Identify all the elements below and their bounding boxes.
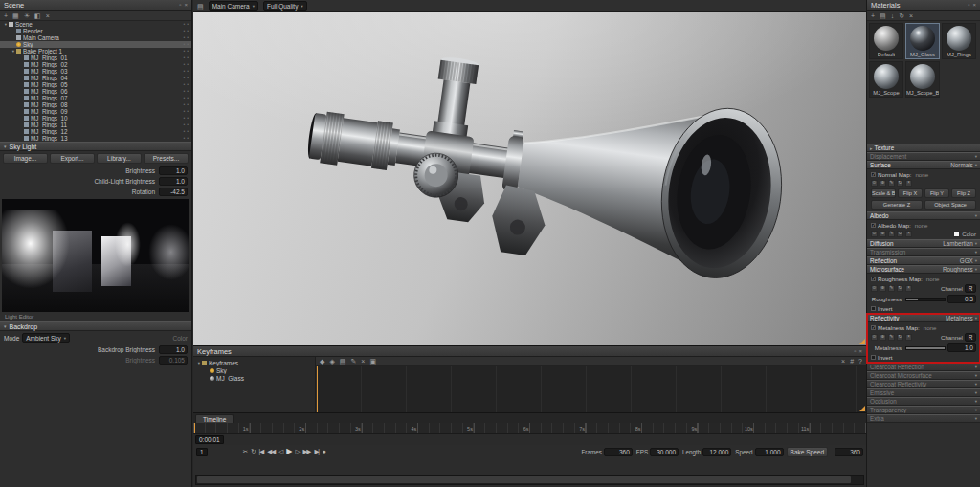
end-frame-field[interactable]: 360 [835,448,863,456]
lock-toggle-icon[interactable] [187,102,189,107]
scene-tree-item[interactable]: MJ_Rings_10 [0,115,191,122]
lock-toggle-icon[interactable] [187,109,189,114]
lock-toggle-icon[interactable] [187,96,189,100]
timeline-tab[interactable]: Timeline [195,414,234,423]
transmission-section-header[interactable]: Transmission [867,248,980,256]
lock-toggle-icon[interactable] [187,62,189,67]
scene-tree-item[interactable]: Scene [0,21,191,28]
lock-toggle-icon[interactable] [187,76,189,80]
reflection-section-header[interactable]: Reflection GGX [867,256,980,265]
metalness-map-checkbox[interactable] [871,325,876,330]
disabled-section-mode-select[interactable] [975,382,977,387]
render-quality-select[interactable]: Full Quality [263,1,307,11]
backdrop-section-header[interactable]: Backdrop [0,321,191,331]
edit-texture-icon[interactable]: ✎ [888,180,895,187]
clear-texture-icon[interactable]: × [905,334,912,341]
lock-toggle-icon[interactable] [187,116,189,121]
scene-tree-item[interactable]: MJ_Rings_07 [0,95,191,101]
surface-option-button[interactable]: Scale & Bias [871,188,896,198]
field-value-input[interactable]: -42.5 [159,188,188,196]
surface-option-button[interactable]: Flip X [898,188,923,198]
roughness-value-input[interactable]: 0.3 [947,295,976,303]
load-texture-icon[interactable]: ⊕ [880,285,886,292]
keyframes-playhead[interactable] [317,366,318,413]
albedo-map-value[interactable]: none [915,222,928,229]
add-keyframe-icon[interactable]: ◆ [320,358,324,365]
lock-toggle-icon[interactable] [187,129,189,134]
disabled-section-header[interactable]: Clearcoat Reflection [867,363,980,371]
loop-icon[interactable]: ↻ [251,449,255,455]
visibility-toggle-icon[interactable] [183,22,185,27]
reload-texture-icon[interactable]: ↻ [897,180,903,187]
reflectivity-mode-select[interactable]: Metalness [946,315,977,321]
help-icon[interactable]: ? [858,358,862,365]
visibility-toggle-icon[interactable] [183,109,185,114]
microsurface-mode-select[interactable]: Roughness [943,266,977,273]
float-panel-icon[interactable]: ▫ [854,348,856,354]
delete-icon[interactable]: × [46,12,50,19]
frame-numbers-icon[interactable]: # [850,358,854,365]
visibility-toggle-icon[interactable] [183,129,185,134]
keyframes-tree-item[interactable]: MJ_Glass [193,374,315,382]
clear-track-icon[interactable]: × [841,358,845,365]
copy-keyframes-icon[interactable]: ▤ [340,358,346,365]
roughness-slider[interactable] [905,298,946,301]
keyframes-grid[interactable] [316,366,866,413]
scene-tree-item[interactable]: MJ_Rings_13 [0,135,191,142]
refresh-material-icon[interactable]: ↻ [899,12,904,19]
scene-tree-item[interactable]: MJ_Rings_04 [0,75,191,81]
snap-keyframe-icon[interactable]: ▣ [369,358,376,365]
texture-preview-icon[interactable]: ⊙ [871,180,878,187]
sky-light-button[interactable]: Presets... [144,153,189,164]
timeline-field-input[interactable]: 12.000 [702,448,731,456]
load-texture-icon[interactable]: ⊕ [880,231,886,237]
trim-icon[interactable]: ✂ [243,449,247,455]
microsurface-section-header[interactable]: Microsurface Roughness [867,265,980,274]
close-panel-icon[interactable]: × [858,348,862,354]
lock-toggle-icon[interactable] [187,29,189,33]
channel-select[interactable]: R [965,333,976,342]
visibility-toggle-icon[interactable] [183,29,185,33]
metalness-map-value[interactable]: none [924,324,937,331]
go-to-start-icon[interactable]: |◀ [259,449,264,455]
timeline-ruler[interactable]: 1s2s3s4s5s6s7s8s9s10s11s [193,423,866,434]
diffusion-section-header[interactable]: Diffusion Lambertian [867,239,980,248]
field-value-input[interactable]: 1.0 [159,345,188,354]
disabled-section-mode-select[interactable] [975,416,977,421]
sky-light-button[interactable]: Export... [50,153,95,164]
clear-texture-icon[interactable]: × [905,231,912,237]
scene-tree-item[interactable]: Bake Project 1 [0,48,191,55]
texture-preview-icon[interactable]: ⊙ [871,285,878,292]
scene-tree-item[interactable]: Sky [0,41,191,48]
disabled-section-mode-select[interactable] [975,390,977,395]
lock-toggle-icon[interactable] [187,69,189,74]
surface-option-button[interactable]: Flip Z [951,188,976,198]
lock-toggle-icon[interactable] [187,89,189,94]
viewport-canvas[interactable] [193,12,866,345]
sky-light-button[interactable]: Image... [3,153,48,164]
scene-tree-item[interactable]: MJ_Rings_12 [0,128,191,135]
delete-material-icon[interactable]: × [909,12,913,19]
disabled-section-header[interactable]: Transparency [867,406,980,414]
viewport-menu-icon[interactable]: ▤ [197,3,204,10]
reload-texture-icon[interactable]: ↻ [897,231,903,237]
play-icon[interactable]: ▶ [286,448,291,455]
diffusion-mode-select[interactable]: Lambertian [943,240,977,247]
clear-texture-icon[interactable]: × [905,285,912,292]
visibility-toggle-icon[interactable] [183,35,185,40]
timeline-scrollbar[interactable] [195,475,864,485]
scene-tree-item[interactable]: MJ_Rings_06 [0,88,191,95]
roughness-invert-checkbox[interactable] [871,306,876,311]
add-light-icon[interactable]: ☀ [24,12,30,19]
hdri-light-editor-preview[interactable] [2,199,189,312]
material-thumbnail[interactable]: MJ_Rings [942,23,976,59]
record-icon[interactable]: ● [323,449,325,455]
normal-map-value[interactable]: none [915,171,928,178]
keyframes-tree-item[interactable]: Keyframes [193,359,315,366]
disabled-section-header[interactable]: Clearcoat Microsurface [867,371,980,380]
bake-speed-button[interactable]: Bake Speed [787,447,828,457]
step-forward-icon[interactable]: ▷ [295,449,299,455]
lock-toggle-icon[interactable] [187,55,189,60]
edit-texture-icon[interactable]: ✎ [888,285,895,292]
field-value-input[interactable]: 1.0 [159,177,188,186]
